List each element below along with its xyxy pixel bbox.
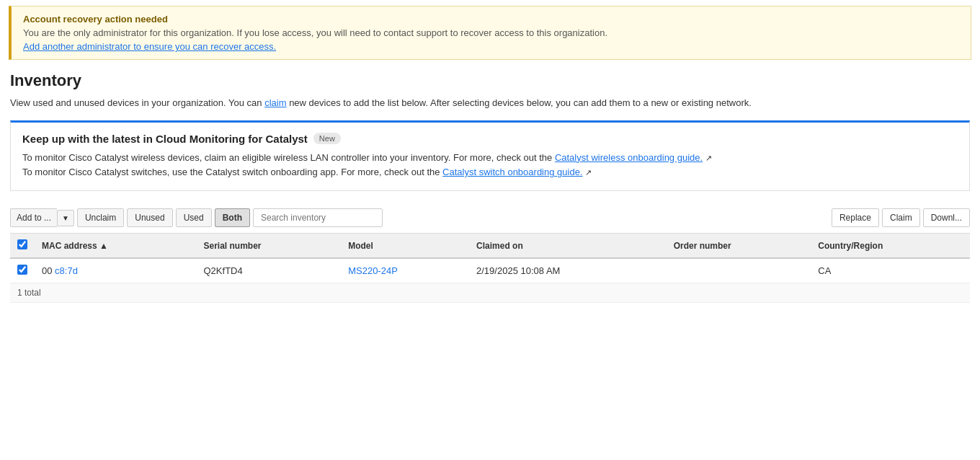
new-badge: New: [313, 133, 341, 144]
account-recovery-banner: Account recovery action needed You are t…: [9, 6, 971, 60]
claim-button[interactable]: Claim: [882, 208, 920, 227]
replace-button[interactable]: Replace: [832, 208, 879, 227]
info-line2: To monitor Cisco Catalyst switches, use …: [22, 165, 958, 180]
add-to-dropdown-arrow[interactable]: ▼: [57, 210, 74, 226]
both-button[interactable]: Both: [215, 208, 250, 227]
select-all-checkbox[interactable]: [17, 239, 27, 249]
warning-title: Account recovery action needed: [23, 14, 959, 25]
wireless-guide-link[interactable]: Catalyst wireless onboarding guide.: [555, 152, 703, 163]
external-link-1: ↗: [705, 154, 712, 162]
mac-address-cell: 00 c8:7d: [35, 258, 197, 283]
serial-number-header[interactable]: Serial number: [197, 234, 342, 259]
country-region-header[interactable]: Country/Region: [811, 234, 970, 259]
unclaim-button[interactable]: Unclaim: [77, 208, 124, 227]
add-to-button[interactable]: Add to ...: [10, 208, 57, 227]
table-header-row: MAC address ▲ Serial number Model Claime…: [10, 234, 970, 259]
page-title: Inventory: [10, 71, 970, 90]
claimed-on-cell: 2/19/2025 10:08 AM: [469, 258, 667, 283]
used-button[interactable]: Used: [176, 208, 212, 227]
inventory-toolbar: Add to ... ▼ Unclaim Unused Used Both Re…: [10, 203, 970, 233]
external-link-2: ↗: [585, 168, 592, 177]
desc-after: new devices to add the list below. After…: [287, 97, 752, 108]
claimed-on-header[interactable]: Claimed on: [469, 234, 667, 259]
order-number-cell: [667, 258, 811, 283]
model-cell[interactable]: MS220-24P: [341, 258, 469, 283]
mac-address-header[interactable]: MAC address ▲: [35, 234, 197, 259]
row-checkbox-cell[interactable]: [10, 258, 35, 283]
warning-body: You are the only administrator for this …: [23, 27, 959, 38]
select-all-header[interactable]: [10, 234, 35, 259]
model-header[interactable]: Model: [341, 234, 469, 259]
search-input[interactable]: [253, 208, 383, 227]
info-card-body: To monitor Cisco Catalyst wireless devic…: [22, 151, 958, 181]
main-content: Inventory View used and unused devices i…: [0, 60, 980, 314]
serial-number-cell: Q2KfTD4: [197, 258, 342, 283]
mac-link[interactable]: c8:7d: [55, 265, 78, 276]
download-button[interactable]: Downl...: [923, 208, 970, 227]
unused-button[interactable]: Unused: [127, 208, 172, 227]
add-admin-link[interactable]: Add another administrator to ensure you …: [23, 41, 276, 52]
row-checkbox[interactable]: [17, 265, 27, 275]
claim-link[interactable]: claim: [264, 97, 286, 108]
info-line1: To monitor Cisco Catalyst wireless devic…: [22, 151, 958, 166]
total-count: 1 total: [10, 283, 970, 303]
page-description: View used and unused devices in your org…: [10, 96, 970, 110]
table-row: 00 c8:7d Q2KfTD4 MS220-24P 2/19/2025 10:…: [10, 258, 970, 283]
inventory-table: MAC address ▲ Serial number Model Claime…: [10, 233, 970, 303]
info-card-title: Keep up with the latest in Cloud Monitor…: [22, 133, 958, 145]
switch-guide-link[interactable]: Catalyst switch onboarding guide.: [442, 167, 582, 177]
order-number-header[interactable]: Order number: [667, 234, 811, 259]
desc-before: View used and unused devices in your org…: [10, 97, 264, 108]
catalyst-info-card: Keep up with the latest in Cloud Monitor…: [10, 120, 970, 192]
country-cell: CA: [811, 258, 970, 283]
total-row: 1 total: [10, 283, 970, 303]
add-to-button-group: Add to ... ▼: [10, 208, 74, 227]
